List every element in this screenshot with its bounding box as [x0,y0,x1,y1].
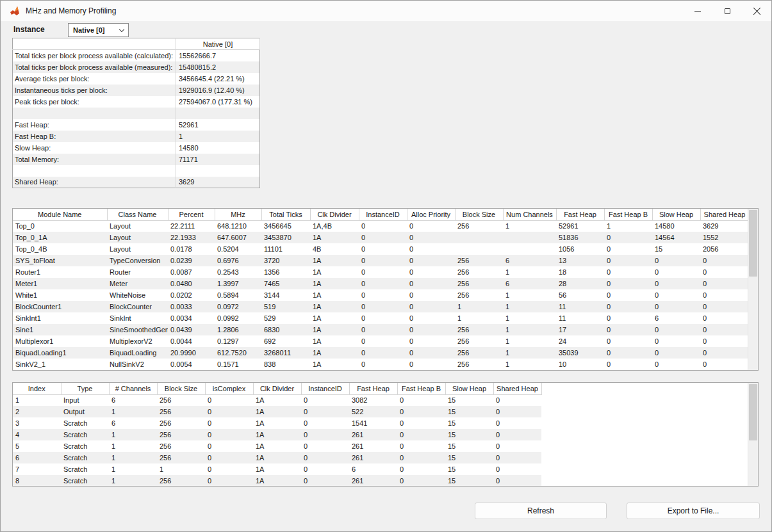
table-cell: 256 [455,324,503,335]
table-cell: 256 [455,255,503,266]
table-cell: 0 [604,335,652,347]
column-header: Shared Heap [493,383,541,394]
table-row[interactable]: SinkV2_1NullSinkV20.00540.15718381A00256… [13,359,749,370]
table-row[interactable]: 8Scratch125601A02610150 [13,475,541,487]
table-row[interactable]: 2Output125601A05220150 [13,406,541,417]
table-row[interactable]: Peak ticks per block:27594067.0 (177.31 … [13,96,260,108]
minimize-button[interactable] [683,1,712,21]
table-row[interactable]: BiquadLoading1BiquadLoading20.9990612.75… [13,347,749,359]
table-cell: 0 [407,359,455,370]
table-cell: Scratch [61,452,109,463]
table-cell: 24 [556,335,604,347]
table-cell: Total ticks per block process available … [13,50,176,61]
table-row[interactable]: 7Scratch1101A060150 [13,463,541,475]
refresh-button[interactable]: Refresh [475,503,607,519]
table-cell: 0 [652,266,700,278]
table-cell: 1 [109,463,157,475]
table-cell: 0 [205,406,253,417]
instance-dropdown[interactable]: Native [0] [68,23,129,37]
table-cell: 0.0033 [168,301,215,312]
table-cell: 1 [109,440,157,452]
table-row[interactable]: Router1Router0.00870.254313561A002561180… [13,266,749,278]
table-cell: 3082 [349,394,397,406]
table-row[interactable]: Top_0_1ALayout22.1933647.600734538701A00… [13,232,749,243]
table-cell: Peak ticks per block: [13,96,176,108]
close-button[interactable] [742,1,771,21]
table-cell: 519 [261,301,310,312]
table-cell: 0 [205,394,253,406]
table-row[interactable] [13,108,260,119]
table-row[interactable]: White1WhiteNoise0.02020.589431441A002561… [13,289,749,301]
table-cell: 0 [397,417,445,429]
table-row[interactable]: Multiplexor1MultiplexorV20.00440.1297692… [13,335,749,347]
scrollbar-thumb[interactable] [749,384,757,440]
table-cell: Meter1 [13,278,107,289]
table-cell: Fast Heap: [13,119,176,131]
table-row[interactable]: Total Memory:71171 [13,154,260,165]
table-row[interactable]: Fast Heap B:1 [13,131,260,142]
table-row[interactable]: Sine1SineSmoothedGen0.04391.280668301A00… [13,324,749,335]
table-row[interactable]: Instantaneous ticks per block:1929016.9 … [13,85,260,96]
module-table-scrollbar[interactable] [748,209,758,370]
table-cell: 0.2543 [215,266,261,278]
table-row[interactable]: SYS_toFloatTypeConversion0.02390.6976372… [13,255,749,266]
table-row[interactable]: Slow Heap:14580 [13,142,260,154]
table-row[interactable]: Fast Heap:52961 [13,119,260,131]
table-row[interactable]: 6Scratch125601A02610150 [13,452,541,463]
table-cell [455,243,503,255]
app-icon [10,6,20,16]
table-cell: 6 [349,463,397,475]
table-row[interactable]: 1Input625601A030820150 [13,394,541,406]
table-cell: 0.0087 [168,266,215,278]
buffer-table-scrollbar[interactable] [748,383,758,486]
table-row[interactable] [13,165,260,177]
window-controls [683,1,771,21]
table-row[interactable]: BlockCounter1BlockCounter0.00330.0972519… [13,301,749,312]
table-cell: 6 [652,312,700,324]
table-cell: 1A,4B [310,220,359,232]
table-cell: 0 [700,278,749,289]
maximize-button[interactable] [712,1,742,21]
table-row[interactable]: Total ticks per block process available … [13,61,260,73]
instance-toolbar: Instance Native [0] [1,21,771,38]
scrollbar-thumb[interactable] [749,210,757,277]
column-header: MHz [215,209,261,220]
table-cell: Meter [107,278,168,289]
summary-header-row: Native [0] [13,38,260,50]
table-cell: 71171 [176,154,260,165]
table-row[interactable]: 3Scratch625601A015410150 [13,417,541,429]
table-cell: 1A [310,324,359,335]
table-cell: 0 [359,278,407,289]
table-cell: 15 [445,463,493,475]
table-cell: 0 [652,255,700,266]
table-cell: 11101 [261,243,310,255]
table-cell: 256 [157,394,205,406]
table-cell: 1 [503,312,556,324]
table-cell: 1A [310,301,359,312]
table-cell: 0 [407,266,455,278]
table-cell [503,232,556,243]
table-row[interactable]: Shared Heap:3629 [13,177,260,188]
table-cell: 0 [700,255,749,266]
table-row[interactable]: Top_0Layout22.2111648.121034566451A,4B00… [13,220,749,232]
chevron-down-icon [119,27,124,32]
table-cell: 256 [455,266,503,278]
table-row[interactable]: 5Scratch125601A02610150 [13,440,541,452]
table-cell: 0 [301,452,349,463]
table-row[interactable]: Average ticks per block:3456645.4 (22.21… [13,73,260,85]
table-cell: 647.6007 [215,232,261,243]
table-row[interactable]: Meter1Meter0.04801.399774651A00256628000 [13,278,749,289]
table-cell: 1 [503,301,556,312]
table-cell: 0.0034 [168,312,215,324]
table-row[interactable]: Top_0_4BLayout0.01780.5204111014B0010560… [13,243,749,255]
table-row[interactable]: Total ticks per block process available … [13,50,260,61]
table-cell: 15 [445,440,493,452]
table-row[interactable]: SinkInt1SinkInt0.00340.09925291A00111106… [13,312,749,324]
column-header: Fast Heap [556,209,604,220]
table-row[interactable]: 4Scratch125601A02610150 [13,429,541,440]
table-cell: 1A [253,394,301,406]
table-cell: 0 [301,406,349,417]
export-button[interactable]: Export to File... [627,503,760,519]
table-cell: 52961 [176,119,260,131]
table-cell: 52961 [556,220,604,232]
